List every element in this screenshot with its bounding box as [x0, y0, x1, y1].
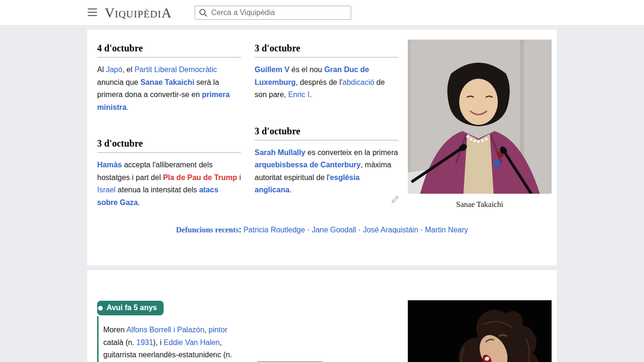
date-heading: 3 d'octubre — [255, 43, 398, 58]
eddie-van-halen-photo[interactable] — [408, 300, 552, 362]
link[interactable]: abdicació — [342, 78, 374, 86]
link[interactable]: arquebisbessa de Canterbury — [255, 161, 361, 169]
link[interactable]: Partit Liberal Democràtic — [134, 66, 217, 74]
news-section: 3 d'octubre Hamàs accepta l'alliberament… — [97, 138, 241, 209]
news-column-1: 4 d'octubre Al Japó, el Partit Liberal D… — [97, 43, 241, 209]
anniversary-badge: Avui fa 5 anys — [97, 301, 164, 315]
anniversary-photo — [408, 300, 552, 362]
date-heading: 3 d'octubre — [255, 126, 398, 140]
date-heading: 3 d'octubre — [97, 138, 241, 153]
current-events-card: 4 d'octubre Al Japó, el Partit Liberal D… — [87, 30, 557, 265]
link[interactable]: Eddie Van Halen — [164, 338, 220, 346]
link[interactable]: Japó — [106, 66, 123, 74]
news-column-2: 3 d'octubre Guillem V és el nou Gran Duc… — [255, 43, 398, 197]
timeline-line — [97, 316, 99, 362]
link[interactable]: Patricia Routledge — [243, 226, 305, 234]
news-section: 4 d'octubre Al Japó, el Partit Liberal D… — [97, 43, 241, 114]
anniversary-column-1: Avui fa 5 anys Moren Alfons Borrell i Pa… — [97, 301, 241, 362]
link[interactable]: Guillem V — [255, 66, 289, 74]
sanae-takaichi-photo[interactable] — [408, 40, 552, 194]
timeline-dot-icon — [98, 306, 103, 311]
link[interactable]: José Araquistáin — [363, 226, 418, 234]
recent-deaths-link[interactable]: Defuncions recents — [176, 225, 239, 234]
anniversaries-card: Avui fa 5 anys Moren Alfons Borrell i Pa… — [87, 270, 557, 362]
news-section: 3 d'octubre Guillem V és el nou Gran Duc… — [255, 43, 398, 101]
top-bar: V IQUIPÈDI A — [0, 0, 644, 25]
news-paragraph: Sarah Mullally es converteix en la prime… — [255, 147, 398, 197]
link[interactable]: Hamàs — [97, 161, 122, 169]
anniversary-badge-label: Avui fa 5 anys — [107, 304, 157, 312]
link[interactable]: Sarah Mullally — [255, 148, 305, 156]
news-paragraph: Al Japó, el Partit Liberal Democràtic an… — [97, 64, 241, 114]
logo-middle: IQUIPÈDI — [115, 6, 161, 23]
news-paragraph: Guillem V és el nou Gran Duc de Luxembur… — [255, 64, 398, 101]
search-box[interactable] — [195, 6, 351, 20]
wiki-logo[interactable]: V IQUIPÈDI A — [105, 4, 172, 21]
link[interactable]: primera ministra — [97, 90, 230, 111]
recent-deaths-row: Defuncions recents: Patricia Routledge ·… — [87, 224, 557, 237]
search-icon — [199, 8, 207, 17]
search-input[interactable] — [211, 8, 347, 17]
recent-deaths-names: Patricia Routledge · Jane Goodall · José… — [241, 226, 468, 234]
link[interactable]: Martin Neary — [425, 226, 468, 234]
featured-photo: Sanae Takaichi — [408, 40, 552, 209]
link[interactable]: Sanae Takaichi — [140, 78, 194, 86]
edit-pencil-icon[interactable] — [389, 194, 401, 206]
link[interactable]: Israel — [97, 186, 116, 194]
link[interactable]: atacs sobre Gaza — [97, 186, 218, 206]
news-section: 3 d'octubre Sarah Mullally es converteix… — [255, 126, 398, 197]
logo-initial: V — [105, 4, 115, 21]
date-heading: 4 d'octubre — [97, 43, 241, 58]
logo-final: A — [161, 4, 171, 21]
photo-caption: Sanae Takaichi — [408, 200, 552, 209]
link[interactable]: església anglicana — [255, 173, 360, 194]
link[interactable]: Alfons Borrell i Palazón — [126, 326, 204, 334]
link[interactable]: pintor — [208, 326, 227, 334]
link[interactable]: Jane Goodall — [312, 226, 356, 234]
link[interactable]: Enric I — [288, 90, 309, 99]
link[interactable]: Pla de Pau de Trump — [163, 173, 237, 181]
menu-icon[interactable] — [88, 8, 97, 16]
news-paragraph: Hamàs accepta l'alliberament dels hostat… — [97, 159, 241, 209]
link[interactable]: 1931 — [136, 338, 153, 346]
anniversary-paragraph: Moren Alfons Borrell i Palazón, pintor c… — [97, 324, 239, 362]
